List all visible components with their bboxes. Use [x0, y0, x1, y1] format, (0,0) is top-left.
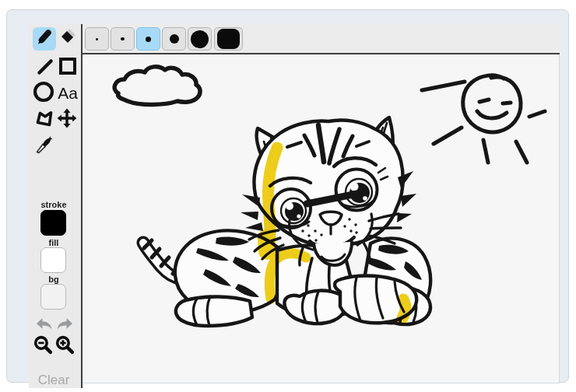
- cloud-drawing: [114, 67, 200, 105]
- line-icon: [36, 58, 54, 79]
- brush-size-button-1[interactable]: [85, 27, 109, 51]
- zoom-in-icon: [54, 334, 76, 359]
- brush-size-button-2[interactable]: [111, 27, 135, 51]
- pencil-icon: [35, 28, 54, 50]
- fill-color-swatch[interactable]: [40, 247, 66, 273]
- rectangle-icon: [58, 56, 78, 79]
- move-tool-button[interactable]: [55, 108, 79, 131]
- eyedropper-tool-button[interactable]: [32, 135, 55, 158]
- rectangle-tool-button[interactable]: [56, 56, 79, 79]
- brush-dot-icon: [217, 29, 240, 49]
- polygon-tool-button[interactable]: [33, 109, 56, 132]
- move-icon: [57, 108, 77, 131]
- sun-drawing: [422, 75, 545, 163]
- app-window: Aa: [6, 9, 569, 383]
- line-tool-button[interactable]: [33, 57, 57, 80]
- polygon-icon: [35, 110, 54, 131]
- brush-dot-icon: [96, 38, 98, 40]
- zoom-in-button[interactable]: [54, 334, 76, 358]
- text-tool-button[interactable]: Aa: [56, 82, 79, 105]
- brush-dot-icon: [170, 34, 179, 44]
- eraser-tool-button[interactable]: [57, 27, 80, 51]
- redo-arrow-icon: [55, 317, 74, 334]
- tiger-drawing: [143, 117, 430, 326]
- ellipse-tool-button[interactable]: [32, 82, 55, 105]
- undo-button[interactable]: [34, 317, 54, 333]
- stroke-swatch-label: stroke: [29, 200, 79, 209]
- redo-button[interactable]: [54, 317, 74, 333]
- fill-swatch-label: fill: [29, 238, 79, 247]
- text-icon: Aa: [58, 84, 78, 103]
- brush-dot-icon: [121, 37, 125, 41]
- canvas-artwork: [83, 54, 559, 383]
- bg-swatch-label: bg: [29, 275, 79, 284]
- bg-color-swatch[interactable]: [40, 284, 66, 310]
- eraser-icon: [59, 28, 78, 50]
- brush-dot-icon: [146, 37, 151, 42]
- undo-arrow-icon: [35, 317, 54, 334]
- brush-size-bar: [83, 24, 559, 53]
- clear-button[interactable]: Clear: [29, 373, 79, 388]
- stroke-color-swatch[interactable]: [40, 210, 66, 236]
- paint-app: Aa: [0, 0, 576, 392]
- tool-palette: Aa: [29, 24, 82, 388]
- brush-size-button-3[interactable]: [136, 27, 160, 51]
- brush-size-button-6[interactable]: [214, 27, 243, 51]
- circle-icon: [33, 81, 54, 106]
- brush-size-button-4[interactable]: [162, 27, 186, 51]
- drawing-canvas[interactable]: [83, 54, 560, 383]
- zoom-out-button[interactable]: [32, 334, 54, 358]
- pencil-tool-button[interactable]: [33, 27, 56, 51]
- brush-size-button-5[interactable]: [188, 27, 212, 51]
- eyedropper-icon: [34, 135, 54, 158]
- brush-dot-icon: [191, 30, 209, 48]
- zoom-out-icon: [33, 334, 54, 359]
